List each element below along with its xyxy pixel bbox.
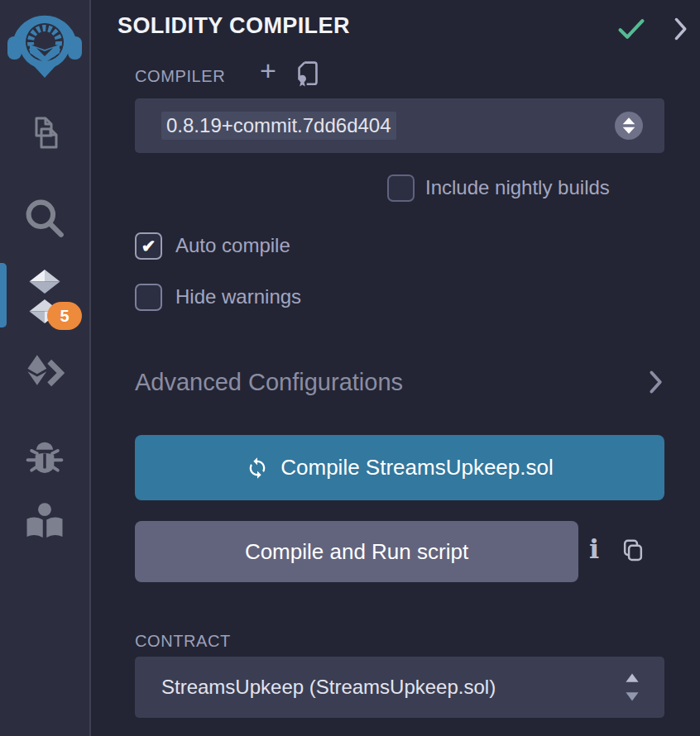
hide-warnings-checkbox[interactable] <box>135 284 162 311</box>
include-nightly-checkbox[interactable] <box>387 174 415 202</box>
search-icon <box>22 195 68 241</box>
auto-compile-checkbox[interactable]: ✔ <box>135 232 162 260</box>
remix-logo-icon <box>7 7 83 79</box>
refresh-icon <box>246 456 269 480</box>
compile-and-run-label: Compile and Run script <box>245 539 468 565</box>
compiler-license-icon[interactable] <box>295 60 321 92</box>
include-nightly-label: Include nightly builds <box>425 176 610 199</box>
sidebar-item-file-explorer[interactable] <box>0 114 89 159</box>
debugger-icon <box>23 437 66 480</box>
advanced-configurations-label: Advanced Configurations <box>135 369 403 396</box>
compile-and-run-button[interactable]: Compile and Run script <box>135 521 578 582</box>
auto-compile-label: Auto compile <box>175 234 290 257</box>
icon-sidebar: 5 <box>0 0 91 736</box>
copy-icon[interactable] <box>621 538 645 567</box>
compiler-section-label: COMPILER <box>135 67 225 86</box>
contract-select-value: StreamsUpkeep (StreamsUpkeep.sol) <box>161 676 496 699</box>
remix-logo[interactable] <box>0 7 89 79</box>
sidebar-item-debugger[interactable] <box>0 437 89 480</box>
sidebar-item-deploy-and-run[interactable] <box>0 354 89 392</box>
compile-success-check-icon <box>617 17 645 45</box>
compiler-version-value: 0.8.19+commit.7dd6d404 <box>161 112 396 140</box>
compiler-error-badge: 5 <box>47 302 82 330</box>
compiler-version-select[interactable]: 0.8.19+commit.7dd6d404 <box>135 98 664 153</box>
add-compiler-button[interactable]: + <box>260 56 276 84</box>
sidebar-item-learneth[interactable] <box>0 501 89 544</box>
deploy-and-run-icon <box>25 354 65 392</box>
hide-warnings-label: Hide warnings <box>175 285 301 308</box>
advanced-configurations-chevron-icon <box>646 370 664 394</box>
learneth-icon <box>23 501 66 544</box>
contract-select[interactable]: StreamsUpkeep (StreamsUpkeep.sol) <box>135 657 664 718</box>
contract-select-arrows-icon <box>625 671 640 703</box>
info-icon[interactable]: i <box>584 533 604 565</box>
version-select-arrows-icon <box>615 112 643 140</box>
compile-button-label: Compile StreamsUpkeep.sol <box>280 455 553 480</box>
sidebar-item-search[interactable] <box>0 195 89 241</box>
panel-collapse-chevron-icon[interactable] <box>669 17 691 45</box>
contract-section-label: CONTRACT <box>135 632 231 651</box>
file-explorer-icon <box>23 114 66 159</box>
compile-button[interactable]: Compile StreamsUpkeep.sol <box>135 435 664 500</box>
advanced-configurations-toggle[interactable]: Advanced Configurations <box>135 364 664 400</box>
page-title: SOLIDITY COMPILER <box>117 13 350 39</box>
